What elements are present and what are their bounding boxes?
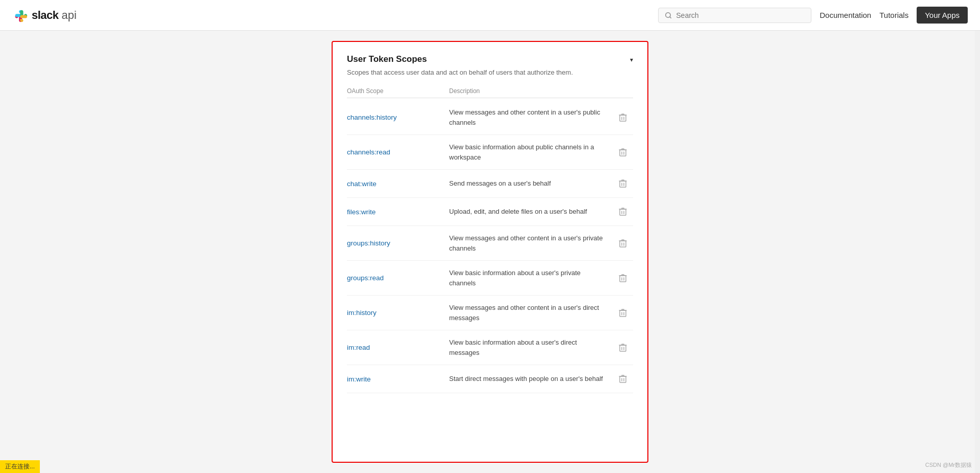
svg-rect-2 — [620, 115, 626, 121]
svg-line-1 — [670, 16, 671, 18]
table-row: im:readView basic information about a us… — [347, 330, 633, 365]
table-row: channels:readView basic information abou… — [347, 135, 633, 170]
scope-name-link[interactable]: groups:read — [347, 274, 449, 282]
scope-description: View messages and other content in a use… — [449, 107, 613, 127]
delete-scope-button[interactable] — [613, 272, 633, 285]
header-nav: Documentation Tutorials Your Apps — [658, 7, 968, 24]
section-header: User Token Scopes ▾ — [347, 54, 633, 64]
scope-name-link[interactable]: files:write — [347, 208, 449, 216]
scope-description: Start direct messages with people on a u… — [449, 374, 613, 384]
scope-name-link[interactable]: im:read — [347, 344, 449, 351]
table-row: groups:readView basic information about … — [347, 261, 633, 296]
scope-description: View basic information about a user's pr… — [449, 268, 613, 288]
delete-scope-button[interactable] — [613, 146, 633, 159]
description-header: Description — [449, 87, 613, 95]
svg-rect-11 — [620, 209, 626, 215]
scope-name-link[interactable]: channels:history — [347, 114, 449, 121]
scope-description: View messages and other content in a use… — [449, 233, 613, 253]
documentation-link[interactable]: Documentation — [820, 11, 871, 19]
svg-rect-26 — [620, 376, 626, 382]
scope-description: Send messages on a user's behalf — [449, 178, 613, 189]
svg-rect-23 — [620, 345, 626, 351]
delete-scope-button[interactable] — [613, 177, 633, 190]
chevron-down-icon[interactable]: ▾ — [630, 56, 633, 63]
table-header: OAuth Scope Description — [347, 84, 633, 98]
slack-logo-icon — [12, 7, 29, 24]
table-row: im:writeStart direct messages with peopl… — [347, 365, 633, 393]
scope-description: View messages and other content in a use… — [449, 303, 613, 323]
scope-description: Upload, edit, and delete files on a user… — [449, 207, 613, 217]
watermark: 正在连接... — [0, 460, 40, 473]
scope-name-link[interactable]: chat:write — [347, 180, 449, 188]
table-row: files:writeUpload, edit, and delete file… — [347, 198, 633, 226]
search-container[interactable] — [658, 8, 811, 23]
scope-name-link[interactable]: groups:history — [347, 239, 449, 247]
scope-name-link[interactable]: channels:read — [347, 148, 449, 156]
svg-rect-14 — [620, 241, 626, 247]
svg-rect-17 — [620, 276, 626, 282]
table-row: im:historyView messages and other conten… — [347, 296, 633, 330]
table-row: channels:historyView messages and other … — [347, 100, 633, 135]
logo-api-text: api — [62, 9, 77, 22]
search-icon — [665, 12, 672, 19]
scope-description: View basic information about a user's di… — [449, 337, 613, 357]
tutorials-link[interactable]: Tutorials — [879, 11, 908, 19]
scope-name-link[interactable]: im:write — [347, 375, 449, 383]
csdn-watermark: CSDN @Mr数据猿 — [925, 461, 972, 469]
delete-scope-button[interactable] — [613, 372, 633, 386]
action-header — [613, 87, 633, 95]
table-row: chat:writeSend messages on a user's beha… — [347, 170, 633, 198]
logo-slack-text: slack — [32, 9, 59, 22]
page-content: User Token Scopes ▾ Scopes that access u… — [0, 31, 980, 473]
svg-rect-8 — [620, 181, 626, 187]
section-subtitle: Scopes that access user data and act on … — [347, 69, 633, 76]
site-header: slack api Documentation Tutorials Your A… — [0, 0, 980, 31]
scope-description: View basic information about public chan… — [449, 142, 613, 162]
user-token-scopes-panel: User Token Scopes ▾ Scopes that access u… — [332, 41, 648, 463]
section-title: User Token Scopes — [347, 54, 427, 64]
delete-scope-button[interactable] — [613, 237, 633, 250]
delete-scope-button[interactable] — [613, 111, 633, 124]
logo-area: slack api — [12, 7, 77, 24]
your-apps-button[interactable]: Your Apps — [917, 7, 968, 24]
search-input[interactable] — [676, 11, 805, 19]
scope-name-link[interactable]: im:history — [347, 309, 449, 317]
svg-rect-5 — [620, 150, 626, 156]
delete-scope-button[interactable] — [613, 341, 633, 354]
table-row: groups:historyView messages and other co… — [347, 226, 633, 261]
delete-scope-button[interactable] — [613, 306, 633, 320]
oauth-scope-header: OAuth Scope — [347, 87, 449, 95]
scrollbar[interactable] — [975, 31, 980, 473]
svg-rect-20 — [620, 310, 626, 317]
delete-scope-button[interactable] — [613, 205, 633, 218]
scopes-container: channels:historyView messages and other … — [347, 100, 633, 393]
